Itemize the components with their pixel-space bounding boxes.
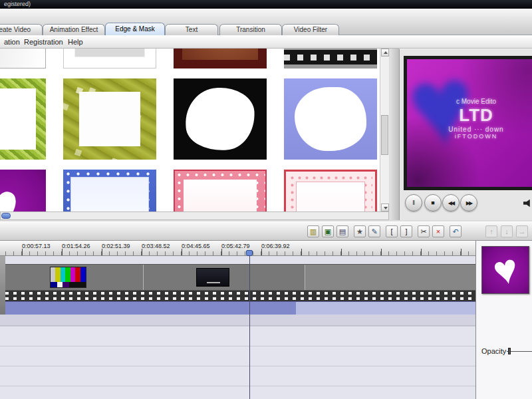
menu-item-help[interactable]: Help [65, 35, 86, 49]
app-window: egistered) Create VideoAnimation EffectE… [0, 0, 532, 399]
template-thumb-frame-green[interactable] [0, 78, 46, 160]
opacity-label: Opacity [481, 347, 506, 355]
tab-text[interactable]: Text [165, 24, 218, 35]
text-page-icon[interactable]: ▤ [336, 225, 348, 237]
template-gallery: ♥ [0, 49, 389, 211]
watermark-line: iFTODOWN [420, 133, 532, 140]
ruler-time-label: 0:01:54.26 [62, 243, 90, 249]
vertical-scroll-thumb[interactable] [381, 115, 388, 155]
effect-icon[interactable]: ★ [354, 225, 366, 237]
playhead[interactable] [249, 256, 250, 399]
timeline-ruler[interactable]: 0:00:57.130:01:54.260:02:51.390:03:48.52… [0, 241, 475, 256]
undo-icon[interactable]: ↶ [450, 225, 462, 237]
tab-video-filter[interactable]: Video Filter [282, 24, 339, 35]
tab-transition[interactable]: Transition [219, 24, 282, 35]
clip-separator [305, 265, 305, 290]
ruler-time-label: 0:03:48.52 [142, 243, 170, 249]
template-thumb-frame-maroon[interactable] [174, 49, 267, 68]
template-thumb-mask-flower[interactable] [284, 78, 377, 160]
horizontal-scroll-thumb[interactable] [1, 213, 11, 219]
video-clip-segment[interactable] [305, 265, 475, 290]
gallery-vertical-scrollbar[interactable] [380, 49, 389, 211]
title-bar: egistered) [0, 0, 532, 9]
clip-video-thumbnail[interactable] [196, 268, 229, 287]
template-thumb-mask-wavy[interactable] [174, 78, 267, 160]
volume-icon[interactable] [523, 199, 532, 207]
panel-divider [390, 49, 399, 220]
move-down-icon[interactable]: ↓ [501, 225, 513, 237]
mark-out-icon[interactable]: ] [400, 225, 412, 237]
ruler-time-label: 0:05:42.79 [221, 243, 250, 249]
stop-button[interactable]: ■ [424, 194, 442, 211]
scissors-icon[interactable]: ✂ [418, 225, 430, 237]
selected-mask-thumbnail[interactable]: ♥ [481, 246, 529, 294]
tab-create-video[interactable]: Create Video [0, 24, 43, 35]
heart-mask-glyph: ♥ [489, 249, 521, 291]
ruler-time-label: 0:06:39.92 [261, 243, 290, 249]
template-thumb-frame-olive[interactable] [63, 78, 156, 160]
watermark-line: LTD [420, 105, 532, 126]
tab-animation-effect[interactable]: Animation Effect [43, 24, 105, 35]
template-thumb-gradient-gray[interactable] [0, 49, 46, 68]
menu-item-ation[interactable]: ation [1, 35, 23, 49]
timeline-empty-row[interactable] [0, 315, 475, 326]
watermark: c Movie Edito LTD United ··· down iFTODO… [420, 98, 532, 140]
template-thumb-frame-white[interactable] [63, 49, 156, 68]
playback-controls: ‖■◀◀▶▶ [400, 194, 532, 214]
properties-panel: ♥ Opacity [475, 241, 532, 399]
menu-bar: ationRegistrationHelp [0, 35, 532, 49]
watermark-line: c Movie Edito [420, 98, 532, 105]
video-preview: ♥ c Movie Edito LTD United ··· down iFTO… [404, 56, 532, 190]
template-thumb-frame-stars-blue[interactable] [63, 170, 156, 211]
watermark-line: United ··· down [420, 126, 532, 133]
scroll-up-icon[interactable] [381, 49, 389, 57]
template-thumb-filmstrip[interactable] [284, 49, 377, 68]
delete-icon[interactable]: × [432, 225, 444, 237]
gallery-horizontal-scrollbar[interactable] [0, 211, 389, 220]
clip-separator [143, 265, 144, 290]
ruler-time-label: 0:02:51.39 [102, 243, 130, 249]
move-up-icon[interactable]: ↑ [485, 225, 497, 237]
edit-pencil-icon[interactable]: ✎ [368, 225, 380, 237]
menu-item-registration[interactable]: Registration [21, 35, 66, 49]
track-header-strip [0, 256, 5, 315]
opacity-slider[interactable] [507, 347, 532, 355]
window-title: egistered) [4, 1, 31, 7]
ruler-time-label: 0:00:57.13 [22, 243, 51, 249]
timeline-empty-rows[interactable] [0, 326, 475, 399]
ruler-time-label: 0:04:45.65 [182, 243, 210, 249]
video-track[interactable] [5, 264, 475, 291]
add-clip-icon[interactable]: ▥ [307, 225, 319, 237]
scroll-down-icon[interactable] [381, 203, 389, 211]
mask-shape-glyph: ♥ [0, 172, 29, 211]
ruler-major-ticks [5, 249, 475, 255]
tab-bar: Create VideoAnimation EffectEdge & MaskT… [0, 23, 532, 35]
move-right-icon[interactable]: → [516, 225, 528, 237]
template-thumb-frame-red-ornate[interactable] [284, 170, 377, 211]
clip-colorbars-thumbnail[interactable] [50, 267, 86, 288]
fast-forward-button[interactable]: ▶▶ [460, 194, 477, 211]
preview-panel: ♥ c Movie Edito LTD United ··· down iFTO… [399, 49, 532, 220]
rewind-button[interactable]: ◀◀ [442, 194, 460, 211]
overlay-clip-segment[interactable] [296, 302, 475, 315]
timeline-toolbar: ▥▣▤★✎[]✂×↶↑↓→ [0, 221, 532, 241]
slider-thumb[interactable] [508, 348, 511, 354]
tab-edge-mask[interactable]: Edge & Mask [105, 23, 165, 35]
image-icon[interactable]: ▣ [322, 225, 334, 237]
template-thumb-mask-heart[interactable]: ♥ [0, 170, 46, 211]
filmstrip-track[interactable] [5, 291, 475, 301]
mark-in-icon[interactable]: [ [386, 225, 398, 237]
overlay-track[interactable] [5, 301, 475, 315]
pause-button[interactable]: ‖ [405, 194, 422, 211]
timeline: 0:00:57.130:01:54.260:02:51.390:03:48.52… [0, 241, 475, 399]
playhead-marker[interactable] [246, 250, 253, 256]
template-thumb-frame-stars-pink[interactable] [174, 170, 267, 211]
